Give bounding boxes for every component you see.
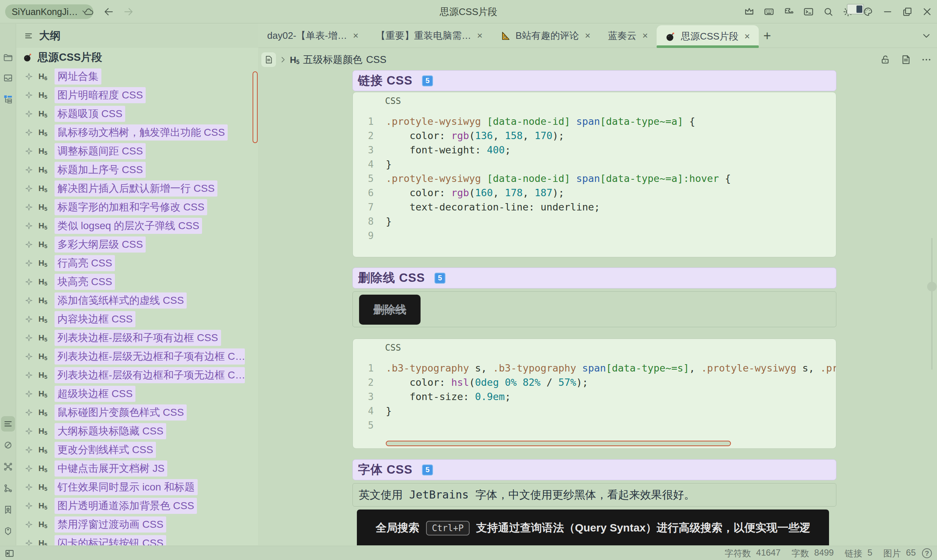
outline-root-item[interactable]: 思源CSS片段 — [17, 48, 258, 67]
tab-item[interactable]: B站有趣的评论× — [492, 24, 600, 48]
tab-list-chevron-icon[interactable] — [921, 31, 932, 42]
tag-icon[interactable] — [3, 526, 13, 536]
heading-level-tag: H5 — [38, 240, 55, 249]
notebook-tree-icon[interactable] — [3, 94, 13, 104]
outline-item[interactable]: H5更改分割线样式 CSS — [17, 440, 258, 459]
outline-item[interactable]: H5行高亮 CSS — [17, 254, 258, 272]
terminal-icon[interactable] — [803, 6, 814, 17]
outline-item[interactable]: H5调整标题间距 CSS — [17, 142, 258, 160]
code-line: 5 — [353, 418, 836, 432]
outline-item[interactable]: H5标题字形的加粗和字号修改 CSS — [17, 198, 258, 216]
outline-item[interactable]: H5禁用浮窗过渡动画 CSS — [17, 515, 258, 534]
keyboard-icon[interactable] — [763, 6, 774, 17]
search-icon[interactable] — [823, 6, 834, 17]
outline-item[interactable]: H5钉住效果同时显示 icon 和标题 — [17, 478, 258, 496]
breadcrumb-doc-button[interactable] — [262, 52, 276, 67]
appearance-palette-icon[interactable] — [862, 6, 873, 17]
code-line: 6 color: rgb(160, 178, 187); — [353, 186, 836, 200]
editor-scroll-track[interactable] — [931, 238, 932, 370]
document-icon — [264, 55, 274, 65]
forward-icon[interactable] — [123, 6, 134, 17]
heading-block-strikethrough-css[interactable]: 删除线 CSS 5 — [352, 268, 836, 288]
outline-item[interactable]: H5内容块边框 CSS — [17, 310, 258, 328]
code-line: 4} — [353, 404, 836, 418]
tab-close-icon[interactable]: × — [642, 30, 648, 42]
dock-toggle-icon[interactable] — [5, 548, 15, 558]
outline-item[interactable]: H5图片明暗程度 CSS — [17, 86, 258, 104]
doc-tree-icon[interactable] — [3, 52, 13, 63]
four-point-star-icon — [25, 72, 33, 81]
heading-level-tag: H5 — [38, 277, 55, 286]
heading-block-link-css[interactable]: 链接 CSS 5 — [352, 70, 836, 91]
outline-dock-icon[interactable] — [3, 419, 13, 429]
outline-panel-header[interactable]: 大纲 — [17, 24, 258, 48]
strikethrough-preview-block[interactable]: 删除线 — [352, 291, 836, 327]
four-point-star-icon — [25, 427, 33, 435]
outline-item[interactable]: H5闪卡的标记转按钮 CSS — [17, 534, 258, 545]
outline-item-label: 列表块边框-层级无边框和子项有边框 C… — [55, 348, 245, 365]
outline-item[interactable]: H5超级块边框 CSS — [17, 384, 258, 403]
tab-close-icon[interactable]: × — [584, 30, 590, 42]
outline-item[interactable]: H5块高亮 CSS — [17, 272, 258, 291]
more-options-icon[interactable] — [921, 54, 932, 65]
editor-scroll-knob[interactable] — [927, 282, 937, 291]
outline-item-label: 添加信笺纸样式的虚线 CSS — [55, 292, 187, 309]
outline-item[interactable]: H5鼠标碰图片变颜色样式 CSS — [17, 403, 258, 422]
membership-crown-icon[interactable] — [744, 6, 755, 17]
code-block-strikethrough-css[interactable]: CSS 1.b3-typography s, .b3-typography sp… — [352, 338, 836, 449]
outline-item[interactable]: H5鼠标移动文档树，触发弹出功能 CSS — [17, 123, 258, 142]
outline-item[interactable]: H5列表块边框-层级和子项有边框 CSS — [17, 328, 258, 347]
code-horizontal-scrollbar[interactable] — [386, 441, 731, 446]
outline-item[interactable]: H5标题吸顶 CSS — [17, 104, 258, 123]
outline-item[interactable]: H6网址合集 — [17, 67, 258, 86]
tab-item[interactable]: 【重要】重装电脑需…× — [367, 24, 491, 48]
tab-active[interactable]: 思源CSS片段× — [657, 25, 759, 48]
tab-close-icon[interactable]: × — [476, 30, 482, 42]
outline-item[interactable]: H5中键点击展开文档树 JS — [17, 459, 258, 478]
plugin-puzzle-icon[interactable] — [783, 6, 794, 17]
heading-block-font-css[interactable]: 字体 CSS 5 — [352, 459, 836, 480]
code-block-link-css[interactable]: CSS 1.protyle-wysiwyg [data-node-id] spa… — [352, 92, 836, 257]
outline-item[interactable]: H5列表块边框-层级有边框和子项无边框 C… — [17, 366, 258, 384]
outline-item[interactable]: H5图片透明通道添加背景色 CSS — [17, 496, 258, 515]
four-point-star-icon — [25, 408, 33, 417]
outline-item[interactable]: H5解决图片插入后默认新增一行 CSS — [17, 179, 258, 198]
outline-item[interactable]: H5标题加上序号 CSS — [17, 160, 258, 179]
tab-close-icon[interactable]: × — [744, 31, 750, 42]
outline-item[interactable]: H5大纲标题块标隐藏 CSS — [17, 422, 258, 440]
code-line: 1.b3-typography s, .b3-typography span[d… — [353, 361, 836, 375]
bookmark-icon[interactable] — [3, 505, 13, 515]
search-banner-image[interactable]: 全局搜索 Ctrl+P 支持通过查询语法（Query Syntax）进行高级搜索… — [357, 509, 829, 545]
breadcrumb-heading-item[interactable]: H5 五级标题颜色 CSS — [290, 53, 386, 66]
tab-item[interactable]: 蓝奏云× — [599, 24, 657, 48]
outline-item[interactable]: H5添加信笺纸样式的虚线 CSS — [17, 291, 258, 310]
minimize-icon[interactable] — [882, 6, 893, 17]
inbox-icon[interactable] — [3, 73, 13, 83]
heading-level-tag: H5 — [38, 184, 55, 193]
tab-item[interactable]: day02-【单表-增…× — [258, 24, 367, 48]
outline-item[interactable]: H5多彩大纲层级 CSS — [17, 235, 258, 254]
banner-suffix: 支持通过查询语法（Query Syntax）进行高级搜索，以便实现一些逻 — [476, 520, 810, 535]
outline-item-label: 闪卡的标记转按钮 CSS — [55, 535, 166, 546]
paragraph-block[interactable]: 英文使用 JetBrains 字体，中文使用更纱黑体，看起来效果很好。 — [352, 483, 836, 506]
unlock-icon[interactable] — [880, 54, 891, 65]
workspace-switcher[interactable]: SiYuanKongJi… — [5, 5, 93, 19]
tab-close-icon[interactable]: × — [352, 30, 358, 42]
doc-info-icon[interactable] — [900, 54, 911, 65]
graph-icon[interactable] — [3, 462, 13, 472]
heading-text: 删除线 CSS — [358, 270, 425, 286]
cloud-sync-icon[interactable] — [83, 6, 94, 17]
local-graph-icon[interactable] — [3, 483, 13, 493]
outline-item[interactable]: H5列表块边框-层级无边框和子项有边框 C… — [17, 347, 258, 366]
bomb-icon — [23, 53, 32, 62]
back-icon[interactable] — [103, 6, 114, 17]
backlinks-icon[interactable] — [3, 440, 13, 450]
restore-window-icon[interactable] — [902, 6, 913, 17]
heading-level-tag: H5 — [38, 128, 55, 137]
close-window-icon[interactable] — [922, 6, 932, 17]
theme-toggle[interactable] — [843, 6, 854, 17]
outline-item[interactable]: H5类似 logseq 的层次子弹线 CSS — [17, 216, 258, 235]
outline-scrollbar[interactable] — [252, 71, 258, 143]
help-icon[interactable]: ? — [922, 548, 932, 558]
new-tab-button[interactable]: + — [759, 24, 775, 48]
